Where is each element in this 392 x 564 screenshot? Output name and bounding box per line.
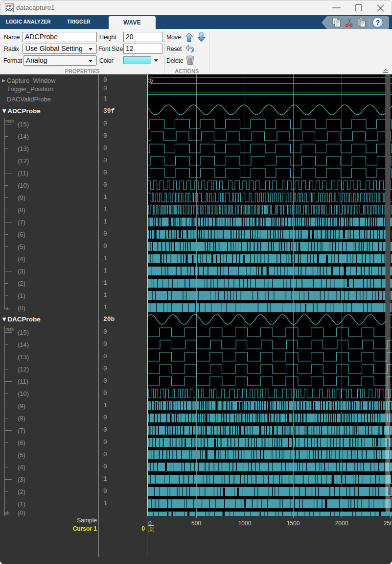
svg-text:0: 0 — [150, 78, 153, 84]
svg-text:?: ? — [376, 19, 380, 26]
